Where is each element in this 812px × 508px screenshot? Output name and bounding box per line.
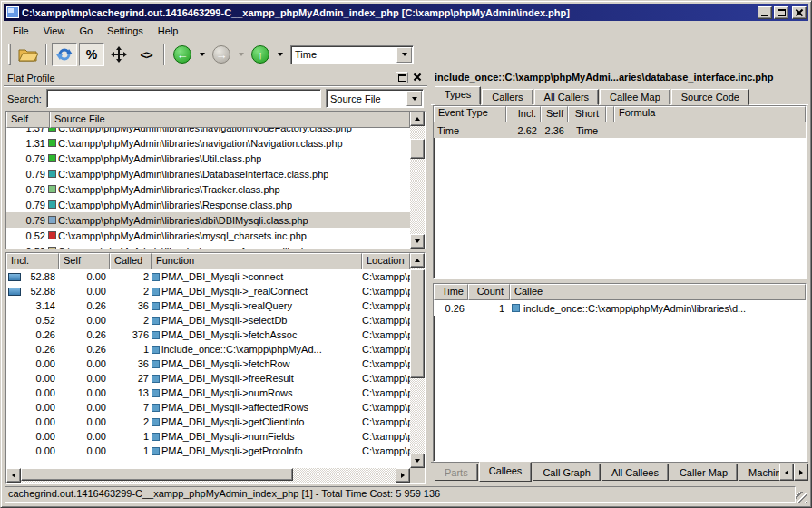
tab-parts[interactable]: Parts [435, 464, 478, 481]
column-header-location[interactable]: Location [362, 253, 410, 269]
event-type-row-selected[interactable]: Time 2.62 2.36 Time [434, 122, 806, 138]
column-header-self[interactable]: Self [6, 112, 50, 128]
tab-callers[interactable]: Callers [482, 89, 533, 105]
column-header-function[interactable]: Function [152, 253, 362, 269]
function-row[interactable]: 0.00 0.00 13 PMA_DBI_Mysqli->numRows C:\… [6, 386, 410, 400]
tab-callees[interactable]: Callees [479, 462, 533, 482]
function-row[interactable]: 52.88 0.00 2 PMA_DBI_Mysqli->_realConnec… [6, 284, 410, 298]
title-bar[interactable]: C:\xampp\tmp\cachegrind.out.1416463299-C… [4, 4, 808, 21]
column-header-self[interactable]: Self [541, 106, 568, 122]
scrollbar-thumb[interactable] [410, 139, 425, 159]
source-file-row[interactable]: 0.79 C:\xampp\phpMyAdmin\libraries\Track… [6, 181, 410, 197]
shorten-templates-button[interactable]: <> [133, 43, 159, 66]
search-input[interactable] [46, 89, 321, 108]
combo-dropdown-button[interactable] [396, 47, 412, 63]
vertical-scrollbar[interactable] [410, 112, 425, 249]
dock-title-bar[interactable]: Flat Profile [4, 70, 427, 86]
cycle-detection-button[interactable] [52, 43, 77, 66]
tab-types[interactable]: Types [435, 86, 481, 105]
source-file-row[interactable]: 0.52 C:\xampp\phpMyAdmin\libraries\mysql… [6, 228, 410, 243]
scroll-right-button[interactable] [396, 468, 410, 483]
column-header-self[interactable]: Self [59, 253, 110, 269]
scroll-up-button[interactable] [410, 253, 425, 268]
function-row[interactable]: 0.00 0.00 1 PMA_DBI_Mysqli->numFields C:… [6, 429, 410, 444]
combo-dropdown-button[interactable] [406, 91, 422, 106]
column-header-callee[interactable]: Callee [510, 284, 806, 300]
function-row[interactable]: 0.00 0.00 36 PMA_DBI_Mysqli->fetchRow C:… [6, 357, 410, 371]
source-file-row[interactable]: 1.31 C:\xampp\phpMyAdmin\libraries\navig… [6, 135, 410, 151]
tab-source-code[interactable]: Source Code [671, 89, 749, 105]
scrollbar-thumb[interactable] [410, 269, 425, 378]
source-file-row[interactable]: 1.37 C:\xampp\phpMyAdmin\libraries\navig… [6, 128, 410, 135]
tab-callee-map[interactable]: Callee Map [600, 89, 670, 105]
function-row[interactable]: 0.26 0.26 1 include_once::C:\xampp\phpMy… [6, 342, 410, 357]
column-header-short[interactable]: Short [568, 106, 606, 122]
menu-go[interactable]: Go [72, 23, 100, 39]
toolbar-handle[interactable] [8, 44, 11, 65]
column-header-time[interactable]: Time [434, 284, 468, 300]
column-header-incl[interactable]: Incl. [6, 253, 59, 269]
tab-all-callers[interactable]: All Callers [534, 89, 600, 105]
scroll-down-button[interactable] [410, 454, 425, 468]
menu-view[interactable]: View [36, 23, 73, 39]
function-row[interactable]: 0.00 0.00 7 PMA_DBI_Mysqli->affectedRows… [6, 400, 410, 415]
function-row[interactable]: 3.14 0.26 36 PMA_DBI_Mysqli->realQuery C… [6, 298, 410, 313]
function-name: PMA_DBI_Mysqli->getProtoInfo [161, 445, 303, 456]
minimize-button[interactable] [758, 6, 772, 19]
scrollbar-thumb[interactable] [21, 468, 293, 481]
function-row[interactable]: 0.26 0.26 376 PMA_DBI_Mysqli->fetchAssoc… [6, 327, 410, 342]
open-file-button[interactable] [15, 43, 41, 66]
function-row[interactable]: 0.00 0.00 1 PMA_DBI_Mysqli->getProtoInfo… [6, 444, 410, 458]
menu-help[interactable]: Help [151, 23, 186, 39]
source-file-row[interactable]: 0.79 C:\xampp\phpMyAdmin\libraries\Datab… [6, 166, 410, 181]
tab-caller-map[interactable]: Caller Map [670, 464, 738, 481]
function-row[interactable]: 0.52 0.00 2 PMA_DBI_Mysqli->selectDb C:\… [6, 313, 410, 327]
close-button[interactable] [792, 6, 807, 19]
maximize-button[interactable] [774, 6, 788, 19]
expand-areas-button[interactable] [106, 43, 132, 66]
group-select[interactable]: Source File [326, 89, 424, 108]
scroll-up-button[interactable] [410, 112, 425, 126]
source-file-row[interactable]: 0.52 C:\xampp\phpMyAdmin\libraries\user_… [6, 243, 410, 249]
relative-percent-button[interactable]: % [79, 43, 104, 66]
float-dock-button[interactable] [396, 72, 408, 83]
column-header-called[interactable]: Called [110, 253, 152, 269]
up-button[interactable]: ↑ [248, 43, 273, 66]
vertical-scrollbar[interactable] [410, 253, 425, 468]
function-row[interactable]: 0.00 0.00 27 PMA_DBI_Mysqli->freeResult … [6, 371, 410, 386]
tab-scroll-left-button[interactable] [779, 464, 794, 481]
menu-file[interactable]: File [5, 23, 36, 39]
event-type-select[interactable]: Time [290, 45, 414, 64]
tab-scroll-right-button[interactable] [794, 464, 808, 481]
tab-all-callees[interactable]: All Callees [602, 464, 669, 481]
callee-row[interactable]: 0.26 1 include_once::C:\xampp\phpMyAdmin… [434, 300, 806, 316]
chevron-down-icon [200, 53, 205, 56]
column-header-count[interactable]: Count [468, 284, 510, 300]
scrollbar-track[interactable] [21, 468, 396, 483]
column-header-event-type[interactable]: Event Type [434, 106, 506, 122]
scrollbar-track[interactable] [410, 268, 425, 454]
call-count: 1 [468, 303, 510, 314]
source-file-row[interactable]: 0.79 C:\xampp\phpMyAdmin\libraries\Respo… [6, 197, 410, 212]
function-row[interactable]: 0.00 0.00 2 PMA_DBI_Mysqli->getClientInf… [6, 415, 410, 429]
up-history-dropdown[interactable] [275, 43, 285, 66]
tab-call-graph[interactable]: Call Graph [533, 464, 601, 481]
scrollbar-track[interactable] [410, 126, 425, 234]
resize-grip[interactable] [796, 492, 807, 503]
close-dock-button[interactable] [411, 72, 424, 83]
forward-history-dropdown[interactable] [236, 43, 246, 66]
source-file-row[interactable]: 0.79 C:\xampp\phpMyAdmin\libraries\Util.… [6, 151, 410, 166]
column-header-formula[interactable]: Formula [614, 106, 806, 122]
menu-settings[interactable]: Settings [100, 23, 151, 39]
scroll-left-button[interactable] [6, 468, 21, 483]
scroll-down-button[interactable] [410, 234, 425, 249]
tab-machine-code[interactable]: Machine [739, 464, 779, 481]
back-button[interactable]: ← [170, 43, 195, 66]
back-history-dropdown[interactable] [197, 43, 207, 66]
function-row[interactable]: 52.88 0.00 2 PMA_DBI_Mysqli->connect C:\… [6, 269, 410, 284]
horizontal-scrollbar[interactable] [6, 468, 410, 483]
column-header-source-file[interactable]: Source File [50, 112, 410, 128]
source-file-row-selected[interactable]: 0.79 C:\xampp\phpMyAdmin\libraries\dbi\D… [6, 212, 410, 228]
forward-button[interactable]: → [209, 43, 234, 66]
column-header-incl[interactable]: Incl. [506, 106, 541, 122]
